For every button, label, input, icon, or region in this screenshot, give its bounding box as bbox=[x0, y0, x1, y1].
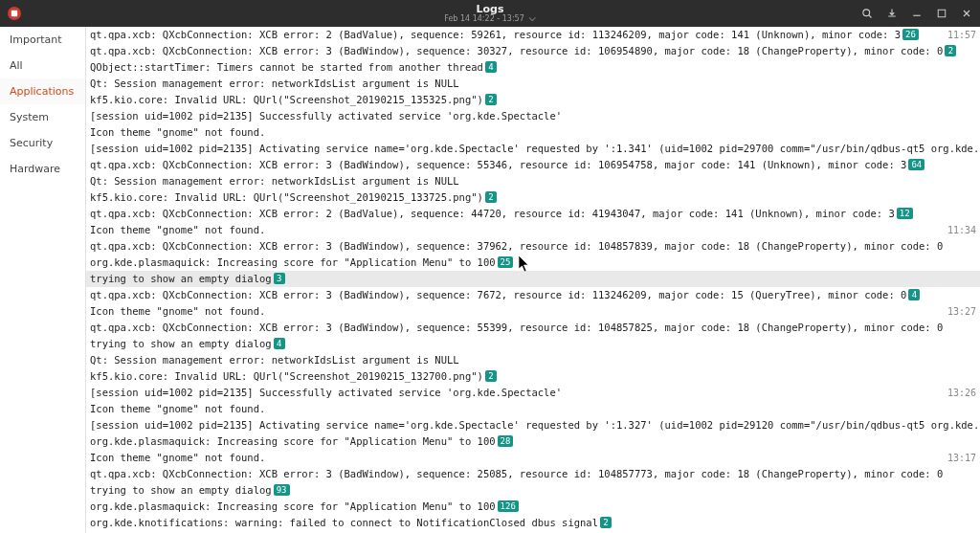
sidebar: ImportantAllApplicationsSystemSecurityHa… bbox=[0, 27, 86, 533]
log-text: kf5.kio.core: Invalid URL: QUrl("Screens… bbox=[90, 370, 483, 382]
sidebar-item-all[interactable]: All bbox=[0, 53, 85, 78]
header-bar: Logs Feb 14 14:22 - 13:57 bbox=[0, 0, 980, 27]
log-line[interactable]: trying to show an empty dialog93 bbox=[86, 482, 980, 499]
log-text: Qt: Session management error: networkIds… bbox=[90, 78, 459, 89]
log-text: qt.qpa.xcb: QXcbConnection: XCB error: 3… bbox=[90, 240, 943, 252]
log-text: Qt: Session management error: networkIds… bbox=[90, 175, 459, 187]
log-line[interactable]: qt.qpa.xcb: QXcbConnection: XCB error: 3… bbox=[86, 466, 980, 482]
main-body: ImportantAllApplicationsSystemSecurityHa… bbox=[0, 27, 980, 533]
log-line[interactable]: Icon theme "gnome" not found.11:34 bbox=[86, 222, 980, 238]
time-label: 11:57 bbox=[947, 28, 976, 42]
log-line[interactable]: qt.qpa.xcb: QXcbConnection: XCB error: 3… bbox=[86, 238, 980, 255]
search-icon[interactable] bbox=[861, 8, 873, 19]
sidebar-item-security[interactable]: Security bbox=[0, 130, 85, 156]
log-line[interactable]: kf5.kio.core: Invalid URL: QUrl("Screens… bbox=[86, 92, 980, 108]
log-line[interactable]: qt.qpa.xcb: QXcbConnection: XCB error: 2… bbox=[86, 27, 980, 43]
export-icon[interactable] bbox=[886, 8, 898, 19]
sidebar-item-hardware[interactable]: Hardware bbox=[0, 156, 85, 182]
log-line[interactable]: Icon theme "gnome" not found.13:17 bbox=[86, 450, 980, 466]
chevron-down-icon bbox=[528, 15, 536, 23]
log-text: Icon theme "gnome" not found. bbox=[90, 224, 265, 235]
log-text: qt.qpa.xcb: QXcbConnection: XCB error: 3… bbox=[90, 289, 906, 300]
header-center[interactable]: Logs Feb 14 14:22 - 13:57 bbox=[444, 0, 536, 27]
log-line[interactable]: qt.qpa.xcb: QXcbConnection: XCB error: 3… bbox=[86, 287, 980, 303]
log-line[interactable]: org.kde.plasmaquick: Increasing score fo… bbox=[86, 433, 980, 450]
sidebar-item-applications[interactable]: Applications bbox=[0, 78, 85, 104]
count-badge: 4 bbox=[274, 338, 285, 349]
log-text: org.kde.plasmaquick: Increasing score fo… bbox=[90, 256, 496, 268]
time-label: 13:27 bbox=[947, 304, 976, 319]
log-text: qt.qpa.xcb: QXcbConnection: XCB error: 2… bbox=[90, 29, 901, 40]
log-line[interactable]: org.kde.knotifications: warning: failed … bbox=[86, 515, 980, 531]
count-badge: 26 bbox=[902, 29, 919, 40]
log-line[interactable]: qt.qpa.xcb: QXcbConnection: XCB error: 2… bbox=[86, 206, 980, 222]
log-text: trying to show an empty dialog bbox=[90, 338, 272, 349]
time-label: 13:26 bbox=[947, 386, 976, 400]
log-text: trying to show an empty dialog bbox=[90, 273, 272, 284]
log-line[interactable]: Qt: Session management error: networkIds… bbox=[86, 352, 980, 368]
log-text: Icon theme "gnome" not found. bbox=[90, 126, 265, 138]
time-range: Feb 14 14:22 - 13:57 bbox=[444, 15, 536, 23]
log-line[interactable]: Icon theme "gnome" not found.13:27 bbox=[86, 303, 980, 320]
sidebar-item-important[interactable]: Important bbox=[0, 27, 85, 53]
svg-rect-4 bbox=[938, 10, 946, 17]
log-line[interactable]: qt.qpa.xcb: QXcbConnection: XCB error: 3… bbox=[86, 320, 980, 336]
log-text: qt.qpa.xcb: QXcbConnection: XCB error: 2… bbox=[90, 208, 895, 219]
log-text: [session uid=1002 pid=2135] Successfully… bbox=[90, 110, 562, 122]
count-badge: 28 bbox=[498, 435, 514, 447]
count-badge: 126 bbox=[498, 500, 519, 512]
header-right bbox=[861, 8, 972, 19]
log-content[interactable]: qt.qpa.xcb: QXcbConnection: XCB error: 2… bbox=[86, 27, 980, 533]
count-badge: 2 bbox=[485, 191, 497, 203]
log-text: Icon theme "gnome" not found. bbox=[90, 403, 265, 414]
log-line[interactable]: qt.qpa.xcb: QXcbConnection: XCB error: 3… bbox=[86, 43, 980, 59]
log-text: [session uid=1002 pid=2135] Activating s… bbox=[90, 419, 980, 431]
count-badge: 2 bbox=[945, 45, 956, 56]
minimize-icon[interactable] bbox=[911, 8, 923, 19]
count-badge: 25 bbox=[498, 256, 514, 268]
window-title: Logs bbox=[476, 4, 503, 14]
log-line[interactable]: trying to show an empty dialog4 bbox=[86, 336, 980, 352]
log-line[interactable]: kf5.kio.core: Invalid URL: QUrl("Screens… bbox=[86, 368, 980, 385]
log-line[interactable]: org.kde.plasmaquick: Increasing score fo… bbox=[86, 255, 980, 271]
log-text: org.kde.plasmaquick: Increasing score fo… bbox=[90, 500, 496, 512]
log-line[interactable]: Icon theme "gnome" not found. bbox=[86, 124, 980, 141]
log-line[interactable]: kf5.kio.core: Invalid URL: QUrl("Screens… bbox=[86, 189, 980, 206]
log-text: Icon theme "gnome" not found. bbox=[90, 452, 265, 463]
log-line[interactable]: Icon theme "gnome" not found. bbox=[86, 401, 980, 417]
log-line[interactable]: trying to show an empty dialog3 bbox=[86, 271, 980, 287]
log-text: qt.qpa.xcb: QXcbConnection: XCB error: 3… bbox=[90, 468, 943, 479]
log-text: trying to show an empty dialog bbox=[90, 484, 272, 496]
count-badge: 64 bbox=[908, 159, 924, 170]
log-text: kf5.kio.core: Invalid URL: QUrl("Screens… bbox=[90, 191, 483, 203]
log-text: Qt: Session management error: networkIds… bbox=[90, 354, 459, 366]
time-range-text: Feb 14 14:22 - 13:57 bbox=[444, 15, 524, 23]
log-line[interactable]: [session uid=1002 pid=2135] Activating s… bbox=[86, 141, 980, 157]
log-text: qt.qpa.xcb: QXcbConnection: XCB error: 3… bbox=[90, 322, 943, 333]
svg-rect-0 bbox=[11, 11, 17, 16]
log-text: org.kde.knotifications: warning: failed … bbox=[90, 517, 598, 528]
svg-line-2 bbox=[869, 15, 872, 18]
log-line[interactable]: Qt: Session management error: networkIds… bbox=[86, 76, 980, 92]
log-text: qt.qpa.xcb: QXcbConnection: XCB error: 3… bbox=[90, 159, 906, 170]
count-badge: 93 bbox=[274, 484, 290, 496]
time-label: 11:34 bbox=[947, 223, 976, 237]
log-line[interactable]: Qt: Session management error: networkIds… bbox=[86, 173, 980, 189]
close-icon[interactable] bbox=[961, 8, 972, 19]
log-line[interactable]: qt.qpa.xcb: QXcbConnection: XCB error: 3… bbox=[86, 157, 980, 173]
log-line[interactable]: QObject::startTimer: Timers cannot be st… bbox=[86, 59, 980, 76]
log-line[interactable]: [session uid=1002 pid=2135] Successfully… bbox=[86, 108, 980, 124]
maximize-icon[interactable] bbox=[936, 8, 947, 19]
count-badge: 12 bbox=[897, 208, 913, 219]
count-badge: 4 bbox=[908, 289, 920, 300]
sidebar-item-system[interactable]: System bbox=[0, 104, 85, 130]
svg-point-1 bbox=[863, 10, 870, 16]
log-line[interactable]: org.kde.plasmaquick: Increasing score fo… bbox=[86, 499, 980, 515]
log-text: kf5.kio.core: Invalid URL: QUrl("Screens… bbox=[90, 94, 483, 105]
count-badge: 4 bbox=[485, 61, 497, 73]
log-line[interactable]: [session uid=1002 pid=2135] Successfully… bbox=[86, 385, 980, 401]
log-line[interactable]: [session uid=1002 pid=2135] Activating s… bbox=[86, 417, 980, 433]
count-badge: 3 bbox=[274, 273, 285, 284]
stop-record-button[interactable] bbox=[8, 7, 21, 20]
log-text: [session uid=1002 pid=2135] Activating s… bbox=[90, 143, 980, 154]
